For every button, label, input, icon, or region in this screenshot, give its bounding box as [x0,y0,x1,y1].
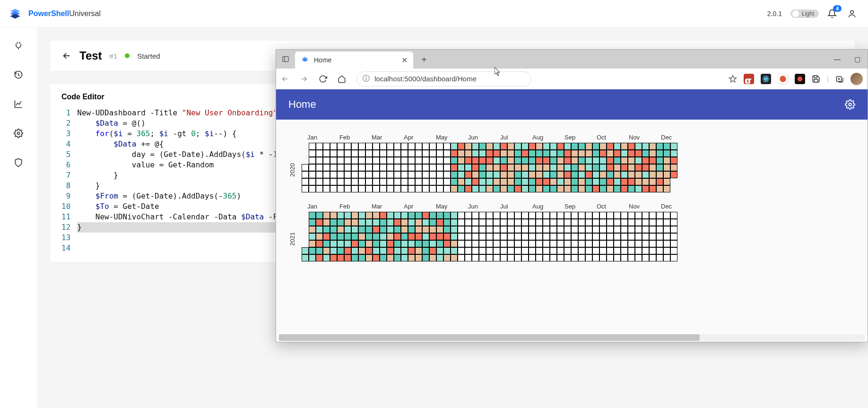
calendar-year-2021: 2021JanFebMarAprMayJunJulAugSepOctNovDec [295,203,849,261]
browser-tab[interactable]: Home ✕ [295,52,413,69]
theme-toggle[interactable]: Light [790,9,819,18]
status-dot-icon [125,53,130,58]
brand-bold: PowerShell [28,9,69,17]
browser-extensions: •••5 | [729,73,863,85]
gear-icon [14,129,23,138]
year-label: 2020 [289,163,296,177]
circle-icon [797,76,803,82]
calendar-grid [295,143,849,192]
theme-label: Light [802,10,814,17]
shield-icon [14,158,23,167]
dashboard-settings-button[interactable] [845,99,855,110]
ext-lastpass[interactable]: •••5 [744,74,754,84]
page-status: Started [137,52,160,60]
svg-point-8 [780,76,786,82]
horizontal-scrollbar[interactable] [279,334,865,341]
tab-title: Home [314,56,397,64]
user-icon [847,9,857,18]
svg-point-0 [851,10,854,14]
panel-icon [282,55,289,63]
nav-apis[interactable] [9,36,28,55]
profile-avatar[interactable] [851,73,863,85]
svg-point-1 [17,132,20,135]
toggle-knob-icon [792,10,799,17]
back-button[interactable] [61,51,72,61]
side-rail [0,27,37,408]
code-text[interactable]: New-UDDashboard -Title "New User Onboard… [77,108,305,253]
gear-icon [845,99,855,110]
nav-dashboards[interactable] [9,95,28,113]
star-icon [729,75,737,83]
calendar-heatmap: 2020JanFebMarAprMayJunJulAugSepOctNovDec… [295,134,849,261]
calendar-year-2020: 2020JanFebMarAprMayJunJulAugSepOctNovDec [295,134,849,192]
dashboard-header: Home [276,89,868,120]
browser-window: Home ✕ ＋ — ▢ ⓘ localhost:5000/dashboard/… [276,49,868,342]
browser-forward-button[interactable] [300,75,313,83]
brand-rest: Universal [69,9,101,17]
browser-tabactions-button[interactable] [276,50,295,69]
favicon-icon [301,56,309,64]
ext-react[interactable] [761,74,771,84]
nav-security[interactable] [9,153,28,172]
line-gutter: 1234567891011121314 [61,108,77,253]
svg-point-4 [765,78,767,79]
app-topbar: PowerShellUniversal 2.0.1 Light 4 [0,0,868,27]
collections-button[interactable] [835,75,844,83]
month-labels: JanFebMarAprMayJunJulAugSepOctNovDec [295,203,849,210]
window-minimize-button[interactable]: — [831,55,844,63]
browser-titlebar[interactable]: Home ✕ ＋ — ▢ [276,50,868,69]
nav-settings[interactable] [9,124,28,143]
page-id: #1 [110,52,118,60]
site-info-icon[interactable]: ⓘ [363,74,370,83]
plug-icon [14,41,23,50]
nav-automation[interactable] [9,65,28,84]
page-title: Test [79,49,102,62]
reload-icon [319,75,327,83]
year-label: 2021 [289,232,296,246]
tab-close-button[interactable]: ✕ [401,56,408,65]
svg-rect-10 [814,76,817,78]
svg-point-15 [849,103,851,106]
react-icon [762,75,770,83]
window-maximize-button[interactable]: ▢ [851,55,864,63]
ext-dark[interactable] [795,74,805,84]
ext-save[interactable] [812,75,820,83]
save-icon [812,75,820,83]
calendar-grid [295,212,849,261]
app-version: 2.0.1 [767,10,782,17]
svg-rect-2 [283,57,288,62]
month-labels: JanFebMarAprMayJunJulAugSepOctNovDec [295,134,849,141]
new-tab-button[interactable]: ＋ [420,53,428,65]
user-menu-button[interactable] [847,9,857,18]
window-controls: — ▢ [831,50,864,69]
dashboard-body: 2020JanFebMarAprMayJunJulAugSepOctNovDec… [276,120,868,342]
app-logo-icon [9,7,22,20]
arrow-left-icon [281,75,289,83]
chart-line-icon [14,99,23,109]
scrollbar-thumb[interactable] [279,334,700,341]
history-icon [14,70,23,79]
svg-rect-11 [814,79,818,82]
notification-badge: 4 [833,5,842,12]
browser-toolbar: ⓘ localhost:5000/dashboard/Home •••5 | [276,69,868,89]
ext-duckduckgo[interactable] [778,74,788,84]
address-bar[interactable]: ⓘ localhost:5000/dashboard/Home [356,71,531,87]
url-text: localhost:5000/dashboard/Home [374,75,477,83]
favorite-button[interactable] [729,75,737,83]
svg-point-9 [798,76,803,81]
duck-icon [779,75,787,83]
app-brand: PowerShellUniversal [28,9,101,18]
home-icon [338,75,346,83]
arrow-left-icon [61,51,72,61]
collections-icon [835,75,844,83]
arrow-right-icon [300,75,308,83]
notifications-button[interactable]: 4 [827,9,837,18]
browser-home-button[interactable] [338,75,351,83]
browser-back-button[interactable] [281,75,294,83]
browser-reload-button[interactable] [319,75,332,83]
dashboard-title: Home [288,98,316,111]
